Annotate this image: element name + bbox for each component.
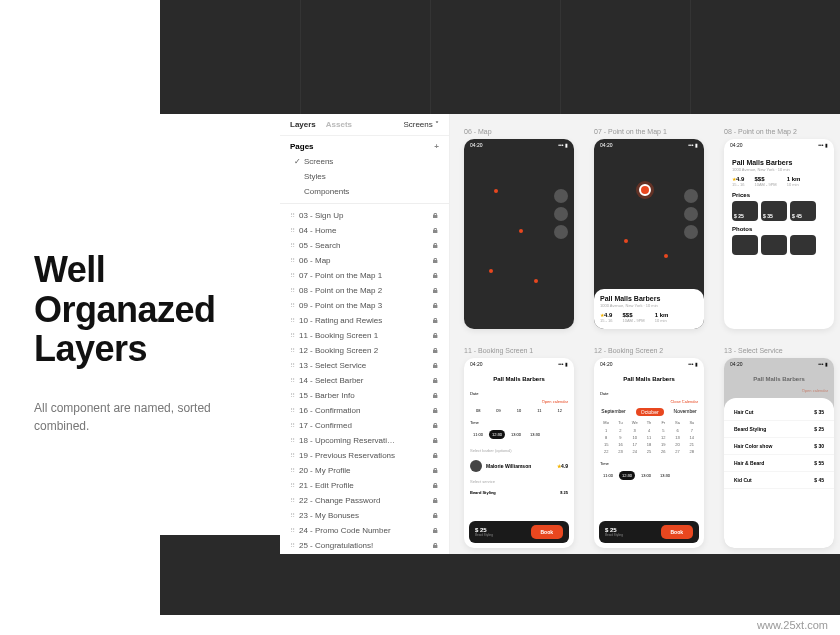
- layer-item[interactable]: ⠿09 - Point on the Map 3🔒︎: [280, 298, 449, 313]
- service-option[interactable]: Hair & Beard$ 55: [724, 455, 834, 472]
- tab-layers[interactable]: Layers: [290, 120, 316, 129]
- time-picker[interactable]: 11:00 12:30 13:00 13:30: [464, 428, 574, 441]
- service-option[interactable]: Hair Cut$ 35: [724, 404, 834, 421]
- layer-item[interactable]: ⠿04 - Home🔒︎: [280, 223, 449, 238]
- artboard-map[interactable]: 04:20••• ▮: [464, 139, 574, 329]
- layer-item[interactable]: ⠿15 - Barber Info🔒︎: [280, 388, 449, 403]
- layer-item[interactable]: ⠿20 - My Profile🔒︎: [280, 463, 449, 478]
- date-picker[interactable]: 08 09 10 11 12: [464, 404, 574, 417]
- layer-item[interactable]: ⠿07 - Point on the Map 1🔒︎: [280, 268, 449, 283]
- layer-item[interactable]: ⠿17 - Confirmed🔒︎: [280, 418, 449, 433]
- layer-item[interactable]: ⠿21 - Edit Profile🔒︎: [280, 478, 449, 493]
- time-picker[interactable]: 11:00 12:30 13:00 13:30: [594, 469, 704, 482]
- lock-icon[interactable]: 🔒︎: [432, 452, 439, 459]
- layer-item[interactable]: ⠿25 - Congratulations!🔒︎: [280, 538, 449, 553]
- map-fab-button[interactable]: [554, 225, 568, 239]
- lock-icon[interactable]: 🔒︎: [432, 467, 439, 474]
- month-selector[interactable]: September October November: [594, 404, 704, 420]
- artboard-label: 08 - Point on the Map 2: [724, 128, 834, 135]
- grip-icon: ⠿: [290, 242, 294, 250]
- lock-icon[interactable]: 🔒︎: [432, 347, 439, 354]
- layer-item[interactable]: ⠿11 - Booking Screen 1🔒︎: [280, 328, 449, 343]
- page-item-screens[interactable]: ✓Screens: [280, 154, 449, 169]
- lock-icon[interactable]: 🔒︎: [432, 212, 439, 219]
- panel-tabs: Layers Assets Screens ˅: [280, 114, 449, 136]
- tab-assets[interactable]: Assets: [326, 120, 352, 129]
- map-pin-selected-icon: [639, 184, 651, 196]
- lock-icon[interactable]: 🔒︎: [432, 362, 439, 369]
- layer-item[interactable]: ⠿08 - Point on the Map 2🔒︎: [280, 283, 449, 298]
- shop-address: 1000 Avenue, New York · 10 min: [732, 167, 826, 172]
- layer-item[interactable]: ⠿12 - Booking Screen 2🔒︎: [280, 343, 449, 358]
- lock-icon[interactable]: 🔒︎: [432, 437, 439, 444]
- grip-icon: ⠿: [290, 512, 294, 520]
- grip-icon: ⠿: [290, 332, 294, 340]
- lock-icon[interactable]: 🔒︎: [432, 377, 439, 384]
- canvas[interactable]: 06 - Map 04:20••• ▮ 07 - Point on the Ma…: [450, 114, 840, 554]
- layer-item[interactable]: ⠿23 - My Bonuses🔒︎: [280, 508, 449, 523]
- map-pin-icon: [519, 229, 523, 233]
- lock-icon[interactable]: 🔒︎: [432, 497, 439, 504]
- layer-item[interactable]: ⠿06 - Map🔒︎: [280, 253, 449, 268]
- lock-icon[interactable]: 🔒︎: [432, 512, 439, 519]
- layer-item[interactable]: ⠿03 - Sign Up🔒︎: [280, 208, 449, 223]
- book-button[interactable]: Book: [531, 525, 564, 539]
- calendar-weekdays: MoTuWeThFrSaSu: [594, 420, 704, 425]
- photo-thumb[interactable]: [790, 235, 816, 255]
- artboard-select-service[interactable]: 04:20••• ▮ Pall Malls Barbers Open calen…: [724, 358, 834, 548]
- layer-item[interactable]: ⠿14 - Select Barber🔒︎: [280, 373, 449, 388]
- artboard-booking-1[interactable]: 04:20••• ▮ Pall Malls Barbers Date Open …: [464, 358, 574, 548]
- booking-title: Pall Malls Barbers: [464, 370, 574, 388]
- lock-icon[interactable]: 🔒︎: [432, 302, 439, 309]
- lock-icon[interactable]: 🔒︎: [432, 392, 439, 399]
- lock-icon[interactable]: 🔒︎: [432, 542, 439, 549]
- book-button[interactable]: Book: [661, 525, 694, 539]
- grid-line: [690, 0, 691, 114]
- photo-thumb[interactable]: [761, 235, 787, 255]
- bottom-sheet[interactable]: Pall Malls Barbers 1000 Avenue, New York…: [594, 289, 704, 329]
- screens-dropdown[interactable]: Screens ˅: [403, 120, 439, 129]
- service-option[interactable]: Hair Color show$ 30: [724, 438, 834, 455]
- map-fab-button[interactable]: [554, 189, 568, 203]
- lock-icon[interactable]: 🔒︎: [432, 272, 439, 279]
- figma-window: Layers Assets Screens ˅ Pages + ✓Screens…: [280, 114, 840, 554]
- lock-icon[interactable]: 🔒︎: [432, 257, 439, 264]
- artboard-map-point-1[interactable]: 04:20••• ▮ Pall Malls Barbers 1000 Avenu…: [594, 139, 704, 329]
- map-fab-button[interactable]: [554, 207, 568, 221]
- map-fab-button[interactable]: [684, 225, 698, 239]
- lock-icon[interactable]: 🔒︎: [432, 482, 439, 489]
- barber-select[interactable]: Malorie Williamson ★4.9: [464, 456, 574, 476]
- layer-item[interactable]: ⠿16 - Confirmation🔒︎: [280, 403, 449, 418]
- page-item-styles[interactable]: Styles: [280, 169, 449, 184]
- photo-thumb[interactable]: [732, 235, 758, 255]
- divider: [280, 203, 449, 204]
- calendar-grid[interactable]: 1234567891011121314151617181920212223242…: [594, 428, 704, 454]
- map-fab-button[interactable]: [684, 207, 698, 221]
- lock-icon[interactable]: 🔒︎: [432, 332, 439, 339]
- service-row[interactable]: Beard Styling $ 25: [464, 487, 574, 498]
- lock-icon[interactable]: 🔒︎: [432, 527, 439, 534]
- add-page-button[interactable]: +: [434, 142, 439, 151]
- artboard-map-point-2[interactable]: 04:20••• ▮ Pall Malls Barbers 1000 Avenu…: [724, 139, 834, 329]
- lock-icon[interactable]: 🔒︎: [432, 317, 439, 324]
- layer-item[interactable]: ⠿10 - Rating and Rewies🔒︎: [280, 313, 449, 328]
- layer-item[interactable]: ⠿22 - Change Password🔒︎: [280, 493, 449, 508]
- lock-icon[interactable]: 🔒︎: [432, 287, 439, 294]
- lock-icon[interactable]: 🔒︎: [432, 242, 439, 249]
- service-option[interactable]: Kid Cut$ 45: [724, 472, 834, 489]
- promo-title-line: Well: [34, 250, 254, 290]
- service-option[interactable]: Beard Styling$ 25: [724, 421, 834, 438]
- map-fab-button[interactable]: [684, 189, 698, 203]
- artboard-booking-2[interactable]: 04:20••• ▮ Pall Malls Barbers Date Close…: [594, 358, 704, 548]
- layer-item[interactable]: ⠿24 - Promo Code Number🔒︎: [280, 523, 449, 538]
- lock-icon[interactable]: 🔒︎: [432, 407, 439, 414]
- layer-item[interactable]: ⠿19 - Previous Reservations🔒︎: [280, 448, 449, 463]
- lock-icon[interactable]: 🔒︎: [432, 227, 439, 234]
- artboard-label: 06 - Map: [464, 128, 574, 135]
- service-sheet[interactable]: Hair Cut$ 35Beard Styling$ 25Hair Color …: [724, 398, 834, 548]
- layer-item[interactable]: ⠿13 - Select Service🔒︎: [280, 358, 449, 373]
- lock-icon[interactable]: 🔒︎: [432, 422, 439, 429]
- page-item-components[interactable]: Components: [280, 184, 449, 199]
- layer-item[interactable]: ⠿05 - Search🔒︎: [280, 238, 449, 253]
- layer-item[interactable]: ⠿18 - Upcoming Reservati…🔒︎: [280, 433, 449, 448]
